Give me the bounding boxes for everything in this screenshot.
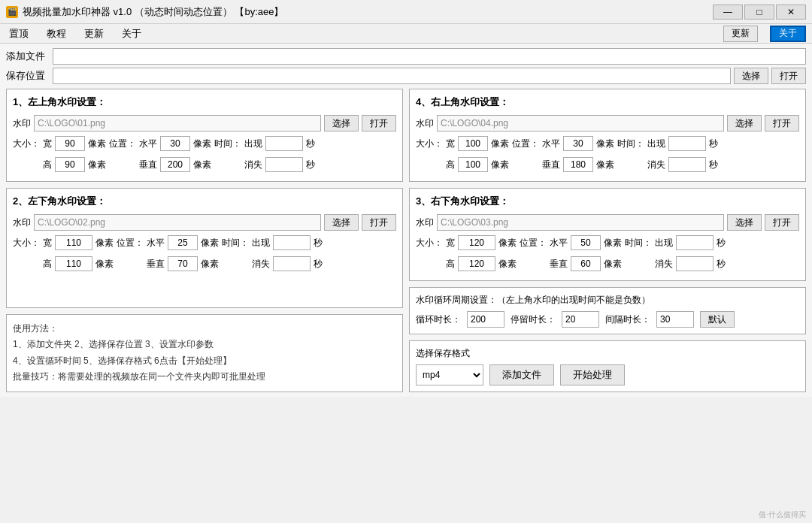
panel1-wm-row: 水印 选择 打开 xyxy=(13,115,396,132)
panel2-size-row: 大小： 宽 像素 位置： 水平 像素 时间： 出现 秒 xyxy=(13,235,396,250)
panel4-sec1: 秒 xyxy=(717,237,726,249)
panel3-vanish-input[interactable] xyxy=(668,157,706,172)
panel1-px2: 像素 xyxy=(193,138,211,150)
panel3-wm-label: 水印 xyxy=(416,117,434,130)
menu-bar: 置顶 教程 更新 关于 更新 关于 xyxy=(0,24,812,44)
panel1-size-label: 大小： xyxy=(13,138,40,150)
panel3-width-input[interactable] xyxy=(458,136,488,151)
about-button[interactable]: 关于 xyxy=(770,26,806,42)
loop-label: 循环时长： xyxy=(416,313,461,326)
panel4-wm-input[interactable] xyxy=(437,214,724,231)
add-file-label: 添加文件 xyxy=(6,50,50,63)
title-bar-left: 🎬 视频批量加水印神器 v1.0 （动态时间动态位置） 【by:aee】 xyxy=(6,5,283,19)
bottom-row: 2、左下角水印设置： 水印 选择 打开 大小： 宽 像素 位置： 水平 xyxy=(6,188,806,392)
panel2-vanish-label: 消失 xyxy=(252,258,270,271)
select-location-button[interactable]: 选择 xyxy=(734,68,768,84)
panel1-px1: 像素 xyxy=(88,138,106,150)
format-select[interactable]: mp4 avi mkv mov xyxy=(416,364,483,385)
panel1-width-label: 宽 xyxy=(43,138,52,150)
help-line2: 4、设置循环时间 5、选择保存格式 6点击【开始处理】 xyxy=(13,353,396,370)
panel4-size-label: 大小： xyxy=(416,237,443,249)
panel1-vert-input[interactable] xyxy=(160,157,190,172)
panel1-height-label: 高 xyxy=(43,159,52,171)
panel1-appear-input[interactable] xyxy=(265,136,303,151)
panel2-wm-label: 水印 xyxy=(13,216,31,229)
add-file-button[interactable]: 添加文件 xyxy=(489,364,554,385)
minimize-button[interactable]: — xyxy=(713,5,743,20)
panel1-height-input[interactable] xyxy=(55,157,85,172)
panel4-vanish-input[interactable] xyxy=(676,256,714,271)
cycle-row: 循环时长： 停留时长： 间隔时长： 默认 xyxy=(416,311,799,328)
panel4-px4: 像素 xyxy=(604,258,622,271)
panel2-wm-input[interactable] xyxy=(34,214,321,231)
panel4-width-label: 宽 xyxy=(446,237,455,249)
menu-tutorial[interactable]: 教程 xyxy=(44,27,69,41)
maximize-button[interactable]: □ xyxy=(744,5,774,20)
menu-update[interactable]: 更新 xyxy=(81,27,107,41)
panel1-pos-label: 位置： xyxy=(109,138,136,150)
open-location-button[interactable]: 打开 xyxy=(771,68,806,84)
panel1-vanish-input[interactable] xyxy=(265,157,303,172)
panel3-size-row: 大小： 宽 像素 位置： 水平 像素 时间： 出现 秒 xyxy=(416,136,799,151)
save-location-input[interactable] xyxy=(53,68,731,84)
panel3-sec2: 秒 xyxy=(709,159,718,171)
add-file-input[interactable] xyxy=(53,48,806,65)
panel4-open-button[interactable]: 打开 xyxy=(765,214,799,231)
panel4-title: 3、右下角水印设置： xyxy=(416,195,799,208)
panel3-horiz-input[interactable] xyxy=(563,136,593,151)
panel3-wm-row: 水印 选择 打开 xyxy=(416,115,799,132)
panel4-width-input[interactable] xyxy=(458,235,495,250)
panel1-select-button[interactable]: 选择 xyxy=(324,115,359,132)
panel2-width-input[interactable] xyxy=(55,235,92,250)
panel3-px3: 像素 xyxy=(491,159,509,171)
format-row: mp4 avi mkv mov 添加文件 开始处理 xyxy=(416,364,799,385)
panel3-select-button[interactable]: 选择 xyxy=(727,115,762,132)
update-button[interactable]: 更新 xyxy=(723,26,758,42)
panel2-px2: 像素 xyxy=(201,237,219,249)
pause-input[interactable] xyxy=(562,311,599,328)
panel1-wm-input[interactable] xyxy=(34,115,321,132)
panel4-horiz-label: 水平 xyxy=(550,237,568,249)
panel2-vert-label: 垂直 xyxy=(147,258,165,271)
panel2-appear-input[interactable] xyxy=(273,235,311,250)
app-title: 视频批量加水印神器 v1.0 （动态时间动态位置） 【by:aee】 xyxy=(23,5,283,19)
panel1-horiz-input[interactable] xyxy=(160,136,190,151)
panel4-select-button[interactable]: 选择 xyxy=(727,214,762,231)
interval-input[interactable] xyxy=(656,311,694,328)
panel1-open-button[interactable]: 打开 xyxy=(362,115,396,132)
panel4-vert-input[interactable] xyxy=(571,256,601,271)
panel2-vanish-input[interactable] xyxy=(273,256,311,271)
panel4-height-input[interactable] xyxy=(458,256,495,271)
panel3-height-label: 高 xyxy=(446,159,455,171)
panel2-height-input[interactable] xyxy=(55,256,92,271)
panel2-px4: 像素 xyxy=(201,258,219,271)
panel3-height-input[interactable] xyxy=(458,157,488,172)
panel4-vert-label: 垂直 xyxy=(550,258,568,271)
panel3-width-label: 宽 xyxy=(446,138,455,150)
panel1-width-input[interactable] xyxy=(55,136,85,151)
panel3-wm-input[interactable] xyxy=(437,115,724,132)
loop-input[interactable] xyxy=(467,311,504,328)
close-button[interactable]: ✕ xyxy=(776,5,806,20)
panel3-horiz-label: 水平 xyxy=(542,138,560,150)
panel4-size-row: 大小： 宽 像素 位置： 水平 像素 时间： 出现 秒 xyxy=(416,235,799,250)
panel3-appear-input[interactable] xyxy=(668,136,706,151)
panel4-horiz-input[interactable] xyxy=(571,235,601,250)
panel2-vert-input[interactable] xyxy=(168,256,198,271)
menu-pin[interactable]: 置顶 xyxy=(6,27,32,41)
panel2-select-button[interactable]: 选择 xyxy=(324,214,359,231)
panel3-px2: 像素 xyxy=(596,138,614,150)
default-button[interactable]: 默认 xyxy=(700,311,735,328)
start-process-button[interactable]: 开始处理 xyxy=(560,364,625,385)
help-line1: 1、添加文件夹 2、选择保存位置 3、设置水印参数 xyxy=(13,337,396,353)
panel2-open-button[interactable]: 打开 xyxy=(362,214,396,231)
panel3-open-button[interactable]: 打开 xyxy=(765,115,799,132)
panel4-appear-input[interactable] xyxy=(676,235,714,250)
panel4-sec2: 秒 xyxy=(717,258,726,271)
panel3-vert-input[interactable] xyxy=(563,157,593,172)
menu-about[interactable]: 关于 xyxy=(119,27,144,41)
panel4-height-label: 高 xyxy=(446,258,455,271)
panel4-vanish-label: 消失 xyxy=(655,258,673,271)
panel2-horiz-input[interactable] xyxy=(168,235,198,250)
panel1-px4: 像素 xyxy=(193,159,211,171)
